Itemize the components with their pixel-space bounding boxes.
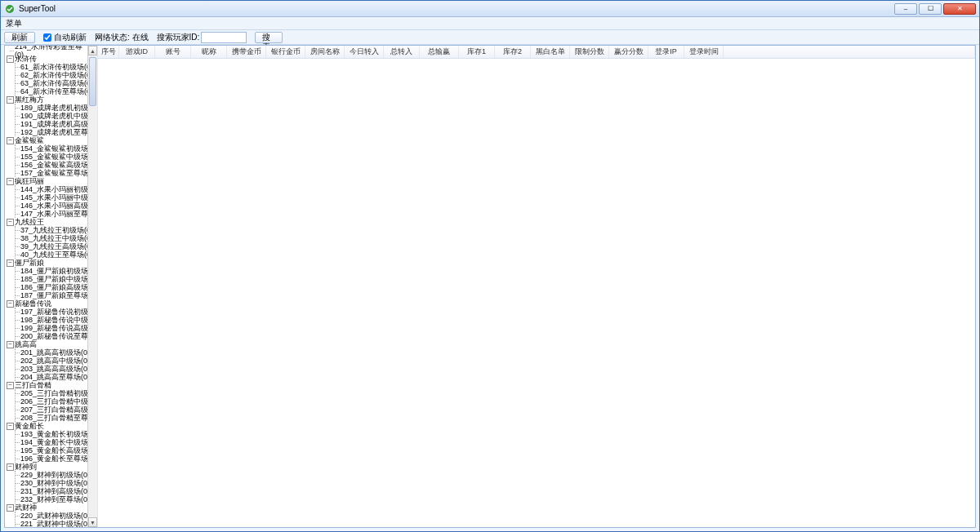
scroll-up-icon[interactable]: ▲ [88,46,97,55]
tree-leaf[interactable]: 63_新水浒传高级场(0) [20,79,87,87]
column-header[interactable]: 房间名称 [305,46,345,58]
collapse-icon[interactable] [7,259,14,267]
column-header[interactable]: 昵称 [191,46,227,58]
titlebar[interactable]: SuperTool – ☐ ✕ [1,1,979,17]
tree-leaf[interactable]: 189_成牌老虎机初级场(0) [20,104,87,112]
collapse-icon[interactable] [7,504,14,512]
collapse-icon[interactable] [7,178,14,185]
tree-parent[interactable]: 黑红梅方 [7,95,87,104]
tree-leaf[interactable]: 232_财神到至尊场(0) [20,495,87,503]
column-header[interactable]: 限制分数 [570,46,609,58]
tree-leaf[interactable]: 221_武财神中级场(0) [20,520,87,527]
column-header[interactable]: 账号 [155,46,191,58]
tree-leaf[interactable]: 207_三打白骨精高级场(0) [20,406,87,414]
auto-refresh-checkbox[interactable]: 自动刷新 [43,32,87,43]
tree-leaf[interactable]: 190_成牌老虎机中级场(0) [20,112,87,120]
tree-leaf[interactable]: 205_三打白骨精初级场(0) [20,389,87,397]
tree-leaf[interactable]: 204_跳高高至尊场(0) [20,373,87,381]
collapse-icon[interactable] [7,423,14,430]
tree-leaf[interactable]: 155_金鲨银鲨中级场(0) [20,153,87,161]
column-header[interactable]: 库存2 [495,46,531,58]
tree-leaf[interactable]: 156_金鲨银鲨高级场(0) [20,161,87,169]
tree-scroll[interactable]: 214_水浒传彩金至尊(0)水浒传61_新水浒传初级场(0)62_新水浒传中级场… [5,46,87,527]
tree-parent[interactable]: 跳高高 [7,340,87,348]
tree-leaf[interactable]: 196_黄金船长至尊场(0) [20,454,87,463]
tree-leaf[interactable]: 147_水果小玛丽至尊场(0) [20,210,87,218]
tree-parent[interactable]: 僵尸新娘 [7,259,87,267]
tree-leaf[interactable]: 201_跳高高初级场(0) [20,348,87,357]
tree-parent[interactable]: 新秘鲁传说 [7,299,87,308]
column-header[interactable]: 登录IP [648,46,684,58]
collapse-icon[interactable] [7,341,14,348]
column-header[interactable]: 游戏ID [119,46,155,58]
tree-leaf[interactable]: 206_三打白骨精中级场(0) [20,397,87,406]
auto-refresh-input[interactable] [43,33,51,42]
tree-scrollbar[interactable]: ▲ ▼ [87,46,97,527]
tree-leaf[interactable]: 192_成牌老虎机至尊场(0) [20,128,87,136]
tree-leaf[interactable]: 214_水浒传彩金至尊(0) [15,47,87,55]
tree-leaf[interactable]: 37_九线拉王初级场(0) [20,226,87,234]
tree-leaf[interactable]: 38_九线拉王中级场(0) [20,234,87,242]
minimize-button[interactable]: – [894,3,917,15]
tree-leaf[interactable]: 193_黄金船长初级场(0) [20,430,87,438]
tree-leaf[interactable]: 64_新水浒传至尊场(0) [20,87,87,95]
tree-leaf[interactable]: 198_新秘鲁传说中级场(0) [20,316,87,324]
tree-leaf[interactable]: 230_财神到中级场(0) [20,479,87,487]
tree-parent[interactable]: 财神到 [7,463,87,471]
tree-parent[interactable]: 金鲨银鲨 [7,136,87,144]
collapse-icon[interactable] [7,300,14,308]
scroll-down-icon[interactable]: ▼ [88,517,97,527]
column-header[interactable]: 黑白名单 [531,46,570,58]
tree-leaf[interactable]: 229_财神到初级场(0) [20,471,87,479]
tree-leaf[interactable]: 195_黄金船长高级场(0) [20,446,87,454]
tree-leaf[interactable]: 202_跳高高中级场(0) [20,357,87,365]
column-header[interactable]: 库存1 [459,46,495,58]
tree-leaf[interactable]: 199_新秘鲁传说高级场(0) [20,324,87,332]
tree-leaf[interactable]: 185_僵尸新娘中级场(0) [20,275,87,283]
column-header[interactable]: 银行金币 [266,46,305,58]
tree-leaf[interactable]: 187_僵尸新娘至尊场(0) [20,291,87,299]
column-header[interactable]: 携带金币 [227,46,266,58]
tree-leaf[interactable]: 231_财神到高级场(0) [20,487,87,495]
tree-leaf[interactable]: 208_三打白骨精至尊场(0) [20,414,87,422]
collapse-icon[interactable] [7,219,14,226]
tree-leaf[interactable]: 40_九线拉王至尊场(0) [20,250,87,259]
column-header[interactable]: 总转入 [384,46,420,58]
menu-item[interactable]: 菜单 [6,18,22,29]
tree-leaf[interactable]: 191_成牌老虎机高级场(0) [20,120,87,128]
refresh-button[interactable]: 刷新 [4,32,35,43]
collapse-icon[interactable] [7,55,14,63]
tree-leaf[interactable]: 220_武财神初级场(0) [20,512,87,520]
tree-leaf[interactable]: 200_新秘鲁传说至尊场(0) [20,332,87,340]
tree-parent[interactable]: 三打白骨精 [7,381,87,389]
tree-parent[interactable]: 黄金船长 [7,422,87,430]
maximize-button[interactable]: ☐ [919,3,942,15]
tree-leaf[interactable]: 194_黄金船长中级场(0) [20,438,87,446]
tree-leaf[interactable]: 144_水果小玛丽初级场(0) [20,185,87,193]
tree-leaf[interactable]: 146_水果小玛丽高级场(0) [20,202,87,210]
column-header[interactable]: 今日转入 [345,46,384,58]
tree-leaf[interactable]: 145_水果小玛丽中级场(0) [20,193,87,202]
collapse-icon[interactable] [7,463,14,471]
scroll-thumb[interactable] [89,57,96,106]
tree-leaf[interactable]: 184_僵尸新娘初级场(0) [20,267,87,275]
close-button[interactable]: ✕ [943,3,976,15]
tree-parent[interactable]: 武财神 [7,503,87,512]
tree-leaf[interactable]: 197_新秘鲁传说初级场(0) [20,308,87,316]
tree-leaf[interactable]: 203_跳高高高级场(0) [20,365,87,373]
tree-leaf[interactable]: 61_新水浒传初级场(0) [20,63,87,71]
tree-leaf[interactable]: 62_新水浒传中级场(0) [20,71,87,79]
column-header[interactable]: 登录时间 [684,46,724,58]
tree-leaf[interactable]: 157_金鲨银鲨至尊场(0) [20,169,87,177]
search-button[interactable]: 搜索 [255,32,283,43]
collapse-icon[interactable] [7,137,14,144]
column-header[interactable]: 总输赢 [420,46,459,58]
column-header[interactable]: 序号 [98,46,119,58]
tree-parent[interactable]: 九线拉王 [7,218,87,226]
tree-parent[interactable]: 疯狂玛丽 [7,177,87,185]
tree-leaf[interactable]: 186_僵尸新娘高级场(0) [20,283,87,291]
collapse-icon[interactable] [7,382,14,389]
tree-leaf[interactable]: 154_金鲨银鲨初级场(0) [20,144,87,153]
scroll-track[interactable] [88,55,97,517]
search-input[interactable] [201,32,247,43]
